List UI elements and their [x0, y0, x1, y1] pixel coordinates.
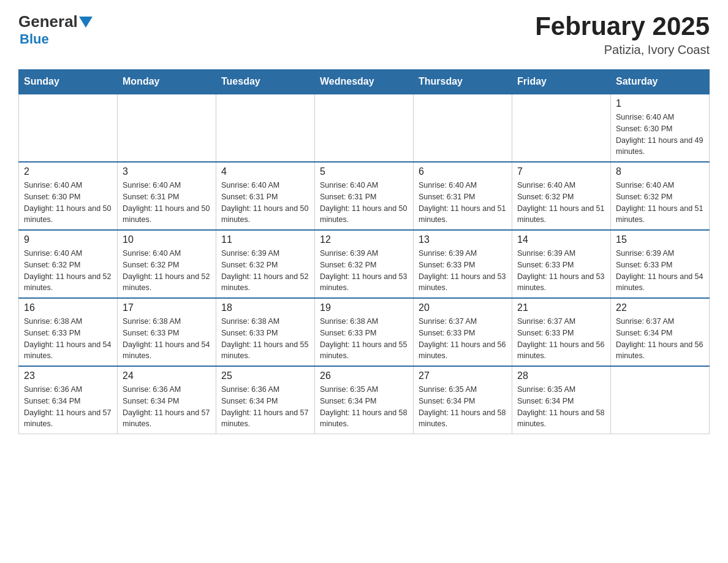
- calendar-day-cell: 19Sunrise: 6:38 AMSunset: 6:33 PMDayligh…: [315, 298, 414, 366]
- day-info: Sunrise: 6:40 AMSunset: 6:32 PMDaylight:…: [24, 248, 112, 294]
- calendar-day-cell: 13Sunrise: 6:39 AMSunset: 6:33 PMDayligh…: [414, 230, 512, 298]
- day-of-week-header: Wednesday: [315, 70, 414, 94]
- svg-marker-0: [79, 17, 93, 28]
- day-info: Sunrise: 6:39 AMSunset: 6:33 PMDaylight:…: [419, 248, 507, 294]
- day-info: Sunrise: 6:36 AMSunset: 6:34 PMDaylight:…: [24, 384, 112, 430]
- day-number: 18: [221, 302, 309, 313]
- day-of-week-header: Friday: [512, 70, 611, 94]
- calendar-day-cell: 2Sunrise: 6:40 AMSunset: 6:30 PMDaylight…: [19, 162, 118, 230]
- calendar-day-cell: 21Sunrise: 6:37 AMSunset: 6:33 PMDayligh…: [512, 298, 611, 366]
- day-number: 27: [419, 370, 507, 381]
- calendar-day-cell: 1Sunrise: 6:40 AMSunset: 6:30 PMDaylight…: [611, 94, 710, 162]
- day-info: Sunrise: 6:40 AMSunset: 6:32 PMDaylight:…: [123, 248, 211, 294]
- day-number: 17: [123, 302, 211, 313]
- calendar-day-cell: 17Sunrise: 6:38 AMSunset: 6:33 PMDayligh…: [118, 298, 216, 366]
- day-info: Sunrise: 6:40 AMSunset: 6:31 PMDaylight:…: [419, 180, 507, 226]
- day-info: Sunrise: 6:38 AMSunset: 6:33 PMDaylight:…: [24, 316, 112, 362]
- day-of-week-header: Saturday: [611, 70, 710, 94]
- day-number: 21: [517, 302, 605, 313]
- calendar-day-cell: [216, 94, 315, 162]
- calendar-day-cell: 16Sunrise: 6:38 AMSunset: 6:33 PMDayligh…: [19, 298, 118, 366]
- day-info: Sunrise: 6:39 AMSunset: 6:32 PMDaylight:…: [221, 248, 309, 294]
- day-number: 23: [24, 370, 112, 381]
- calendar-day-cell: 7Sunrise: 6:40 AMSunset: 6:32 PMDaylight…: [512, 162, 611, 230]
- calendar-day-cell: 8Sunrise: 6:40 AMSunset: 6:32 PMDaylight…: [611, 162, 710, 230]
- calendar-day-cell: 14Sunrise: 6:39 AMSunset: 6:33 PMDayligh…: [512, 230, 611, 298]
- calendar-header: SundayMondayTuesdayWednesdayThursdayFrid…: [19, 70, 710, 94]
- calendar-day-cell: 23Sunrise: 6:36 AMSunset: 6:34 PMDayligh…: [19, 366, 118, 434]
- day-info: Sunrise: 6:39 AMSunset: 6:32 PMDaylight:…: [320, 248, 408, 294]
- day-number: 24: [123, 370, 211, 381]
- calendar-day-cell: 20Sunrise: 6:37 AMSunset: 6:33 PMDayligh…: [414, 298, 512, 366]
- day-info: Sunrise: 6:38 AMSunset: 6:33 PMDaylight:…: [320, 316, 408, 362]
- day-info: Sunrise: 6:39 AMSunset: 6:33 PMDaylight:…: [616, 248, 704, 294]
- day-info: Sunrise: 6:38 AMSunset: 6:33 PMDaylight:…: [221, 316, 309, 362]
- calendar-body: 1Sunrise: 6:40 AMSunset: 6:30 PMDaylight…: [19, 94, 710, 434]
- calendar-week-row: 23Sunrise: 6:36 AMSunset: 6:34 PMDayligh…: [19, 366, 710, 434]
- day-number: 1: [616, 98, 704, 109]
- calendar-day-cell: 5Sunrise: 6:40 AMSunset: 6:31 PMDaylight…: [315, 162, 414, 230]
- day-of-week-header: Monday: [118, 70, 216, 94]
- day-number: 13: [419, 234, 507, 245]
- calendar-day-cell: 9Sunrise: 6:40 AMSunset: 6:32 PMDaylight…: [19, 230, 118, 298]
- day-number: 5: [320, 166, 408, 177]
- day-number: 11: [221, 234, 309, 245]
- day-info: Sunrise: 6:36 AMSunset: 6:34 PMDaylight:…: [221, 384, 309, 430]
- day-info: Sunrise: 6:37 AMSunset: 6:33 PMDaylight:…: [517, 316, 605, 362]
- logo-triangle-icon: [79, 17, 93, 30]
- day-number: 12: [320, 234, 408, 245]
- day-info: Sunrise: 6:36 AMSunset: 6:34 PMDaylight:…: [123, 384, 211, 430]
- day-of-week-header: Sunday: [19, 70, 118, 94]
- day-info: Sunrise: 6:37 AMSunset: 6:33 PMDaylight:…: [419, 316, 507, 362]
- calendar-day-cell: 10Sunrise: 6:40 AMSunset: 6:32 PMDayligh…: [118, 230, 216, 298]
- day-number: 10: [123, 234, 211, 245]
- calendar-week-row: 2Sunrise: 6:40 AMSunset: 6:30 PMDaylight…: [19, 162, 710, 230]
- day-number: 9: [24, 234, 112, 245]
- calendar-day-cell: 12Sunrise: 6:39 AMSunset: 6:32 PMDayligh…: [315, 230, 414, 298]
- logo-blue-text: Blue: [20, 31, 49, 47]
- day-number: 15: [616, 234, 704, 245]
- calendar-day-cell: 3Sunrise: 6:40 AMSunset: 6:31 PMDaylight…: [118, 162, 216, 230]
- calendar-day-cell: 15Sunrise: 6:39 AMSunset: 6:33 PMDayligh…: [611, 230, 710, 298]
- day-number: 4: [221, 166, 309, 177]
- calendar-title: February 2025: [535, 12, 710, 40]
- day-of-week-header: Thursday: [414, 70, 512, 94]
- day-number: 22: [616, 302, 704, 313]
- day-number: 3: [123, 166, 211, 177]
- day-info: Sunrise: 6:40 AMSunset: 6:30 PMDaylight:…: [24, 180, 112, 226]
- calendar-day-cell: [118, 94, 216, 162]
- day-number: 7: [517, 166, 605, 177]
- day-number: 20: [419, 302, 507, 313]
- calendar-day-cell: 25Sunrise: 6:36 AMSunset: 6:34 PMDayligh…: [216, 366, 315, 434]
- day-number: 25: [221, 370, 309, 381]
- day-info: Sunrise: 6:35 AMSunset: 6:34 PMDaylight:…: [517, 384, 605, 430]
- day-info: Sunrise: 6:35 AMSunset: 6:34 PMDaylight:…: [320, 384, 408, 430]
- calendar-day-cell: [414, 94, 512, 162]
- calendar-day-cell: 26Sunrise: 6:35 AMSunset: 6:34 PMDayligh…: [315, 366, 414, 434]
- calendar-day-cell: 18Sunrise: 6:38 AMSunset: 6:33 PMDayligh…: [216, 298, 315, 366]
- day-info: Sunrise: 6:40 AMSunset: 6:32 PMDaylight:…: [517, 180, 605, 226]
- day-info: Sunrise: 6:40 AMSunset: 6:30 PMDaylight:…: [616, 112, 704, 158]
- calendar-day-cell: [19, 94, 118, 162]
- calendar-day-cell: 4Sunrise: 6:40 AMSunset: 6:31 PMDaylight…: [216, 162, 315, 230]
- day-info: Sunrise: 6:39 AMSunset: 6:33 PMDaylight:…: [517, 248, 605, 294]
- calendar-subtitle: Patizia, Ivory Coast: [535, 43, 710, 57]
- calendar-day-cell: 6Sunrise: 6:40 AMSunset: 6:31 PMDaylight…: [414, 162, 512, 230]
- calendar-table: SundayMondayTuesdayWednesdayThursdayFrid…: [18, 69, 710, 434]
- calendar-day-cell: 22Sunrise: 6:37 AMSunset: 6:34 PMDayligh…: [611, 298, 710, 366]
- day-number: 6: [419, 166, 507, 177]
- day-of-week-header: Tuesday: [216, 70, 315, 94]
- day-number: 28: [517, 370, 605, 381]
- calendar-day-cell: 27Sunrise: 6:35 AMSunset: 6:34 PMDayligh…: [414, 366, 512, 434]
- day-info: Sunrise: 6:35 AMSunset: 6:34 PMDaylight:…: [419, 384, 507, 430]
- day-info: Sunrise: 6:40 AMSunset: 6:31 PMDaylight:…: [221, 180, 309, 226]
- calendar-week-row: 1Sunrise: 6:40 AMSunset: 6:30 PMDaylight…: [19, 94, 710, 162]
- day-number: 26: [320, 370, 408, 381]
- calendar-day-cell: 11Sunrise: 6:39 AMSunset: 6:32 PMDayligh…: [216, 230, 315, 298]
- calendar-week-row: 9Sunrise: 6:40 AMSunset: 6:32 PMDaylight…: [19, 230, 710, 298]
- logo-general-text: General: [18, 12, 78, 31]
- day-number: 16: [24, 302, 112, 313]
- page-header: General Blue February 2025 Patizia, Ivor…: [18, 12, 710, 57]
- day-number: 2: [24, 166, 112, 177]
- calendar-day-cell: [512, 94, 611, 162]
